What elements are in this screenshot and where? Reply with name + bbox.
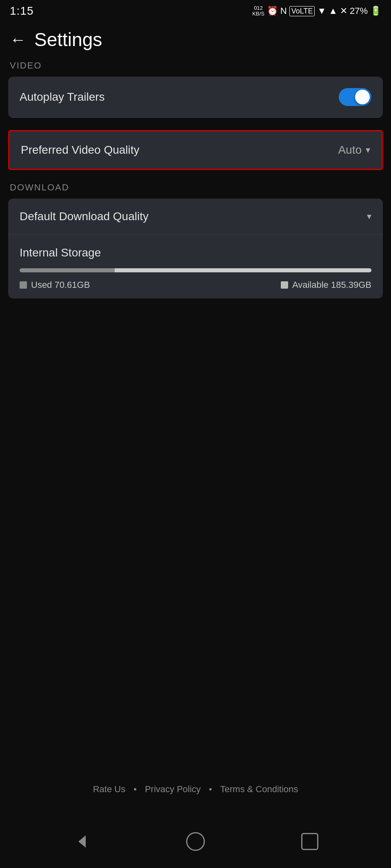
nav-home-button[interactable]	[186, 832, 205, 851]
nav-recents-button[interactable]	[301, 833, 318, 850]
available-dot-icon	[281, 281, 288, 289]
status-icons: 012 KB/S ⏰ N VoLTE ▼ ▲ ✕ 27% 🔋	[252, 5, 381, 17]
video-quality-dropdown[interactable]: Auto ▾	[338, 144, 370, 157]
data-speed-unit: KB/S	[252, 11, 264, 17]
header: ← Settings	[0, 20, 391, 60]
volte-icon: VoLTE	[289, 6, 315, 16]
storage-label: Internal Storage	[20, 246, 371, 259]
data-speed: 012 KB/S	[252, 5, 264, 17]
autoplay-trailers-row[interactable]: Autoplay Trailers	[8, 77, 383, 118]
autoplay-toggle[interactable]	[339, 88, 371, 106]
nav-bar	[0, 815, 391, 868]
chevron-down-icon: ▾	[366, 145, 370, 155]
back-button[interactable]: ←	[10, 31, 26, 49]
nav-back-button[interactable]	[73, 833, 90, 850]
status-time: 1:15	[10, 4, 34, 18]
nfc-icon: N	[280, 6, 287, 16]
page-title: Settings	[34, 29, 102, 51]
storage-bar	[20, 268, 371, 272]
used-label: Used 70.61GB	[31, 280, 90, 290]
privacy-policy-link[interactable]: Privacy Policy	[145, 784, 201, 795]
footer: Rate Us • Privacy Policy • Terms & Condi…	[0, 776, 391, 803]
footer-dot-1: •	[133, 784, 137, 795]
video-card: Autoplay Trailers	[8, 77, 383, 118]
available-label: Available 185.39GB	[292, 280, 371, 290]
storage-stats: Used 70.61GB Available 185.39GB	[20, 280, 371, 290]
video-quality-inner: Preferred Video Quality Auto ▾	[9, 131, 382, 169]
alarm-icon: ⏰	[267, 6, 278, 16]
internal-storage-row: Internal Storage Used 70.61GB Available …	[8, 235, 383, 298]
dropdown-chevron-icon: ▾	[367, 211, 371, 222]
download-quality-label: Default Download Quality	[20, 210, 149, 223]
status-bar: 1:15 012 KB/S ⏰ N VoLTE ▼ ▲ ✕ 27% 🔋	[0, 0, 391, 20]
used-stat: Used 70.61GB	[20, 280, 90, 290]
video-quality-row[interactable]: Preferred Video Quality Auto ▾	[8, 130, 383, 170]
terms-conditions-link[interactable]: Terms & Conditions	[220, 784, 298, 795]
video-quality-label: Preferred Video Quality	[21, 144, 140, 157]
video-quality-value: Auto	[338, 144, 362, 157]
toggle-track	[339, 88, 371, 106]
footer-dot-2: •	[209, 784, 212, 795]
download-card: Default Download Quality ▾ Internal Stor…	[8, 199, 383, 298]
battery-text: 27%	[350, 6, 368, 16]
battery-icon: 🔋	[370, 6, 381, 16]
data-speed-value: 012	[254, 5, 263, 11]
available-stat: Available 185.39GB	[281, 280, 371, 290]
toggle-thumb	[355, 90, 370, 104]
rate-us-link[interactable]: Rate Us	[93, 784, 125, 795]
storage-used-bar	[20, 268, 115, 272]
download-quality-row[interactable]: Default Download Quality ▾	[8, 199, 383, 235]
used-dot-icon	[20, 281, 27, 289]
wifi-icon: ▼	[317, 6, 326, 16]
x-icon: ✕	[340, 6, 347, 16]
video-section-label: VIDEO	[0, 60, 391, 77]
storage-available-bar	[115, 268, 371, 272]
svg-marker-0	[78, 835, 86, 848]
autoplay-label: Autoplay Trailers	[20, 91, 105, 104]
download-section-label: DOWNLOAD	[0, 182, 391, 199]
signal-icon: ▲	[329, 6, 338, 16]
